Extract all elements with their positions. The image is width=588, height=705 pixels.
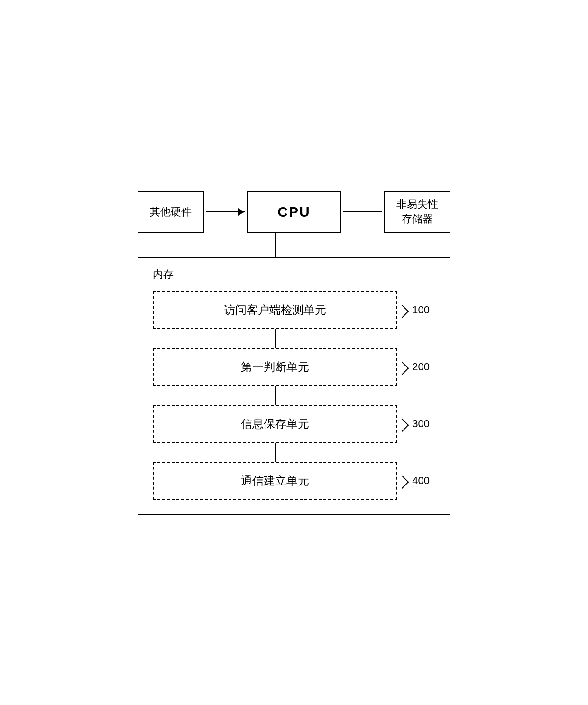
vertical-line-cpu-memory bbox=[275, 233, 276, 257]
top-row: 其他硬件 CPU 非易失性 存储器 bbox=[138, 191, 450, 233]
connector-200-300 bbox=[153, 386, 397, 405]
connector-300-400 bbox=[153, 443, 397, 462]
unit-400-box: 通信建立单元 400 bbox=[153, 462, 397, 500]
unit-200-label: 第一判断单元 bbox=[241, 359, 309, 375]
unit-300-id: 300 bbox=[399, 418, 430, 430]
other-hardware-box: 其他硬件 bbox=[138, 191, 204, 233]
connector-100-200 bbox=[153, 329, 397, 348]
unit-400-label: 通信建立单元 bbox=[241, 473, 309, 488]
unit-100-id: 100 bbox=[399, 304, 430, 316]
cpu-to-memory-connector bbox=[138, 233, 450, 257]
unit-100-label: 访问客户端检测单元 bbox=[224, 302, 326, 318]
unit-200-id: 200 bbox=[399, 361, 430, 373]
cpu-label: CPU bbox=[277, 204, 310, 220]
unit-300-label: 信息保存单元 bbox=[241, 416, 309, 431]
arrow-other-to-cpu bbox=[206, 211, 245, 213]
unit-300-box: 信息保存单元 300 bbox=[153, 405, 397, 443]
units-wrapper: 访问客户端检测单元 100 第一判断单元 200 信息保存单元 bbox=[153, 291, 435, 500]
nvs-box: 非易失性 存储器 bbox=[384, 191, 450, 233]
diagram: 其他硬件 CPU 非易失性 存储器 内存 访问客户端检测单元 100 bbox=[119, 176, 469, 529]
line-100-200 bbox=[275, 329, 276, 348]
memory-label: 内存 bbox=[153, 267, 435, 282]
cpu-box: CPU bbox=[247, 191, 341, 233]
memory-box: 内存 访问客户端检测单元 100 第一判断单元 200 bbox=[138, 257, 450, 515]
line-300-400 bbox=[275, 443, 276, 462]
unit-100-box: 访问客户端检测单元 100 bbox=[153, 291, 397, 329]
line-cpu-to-nvs bbox=[343, 211, 382, 213]
line-200-300 bbox=[275, 386, 276, 405]
unit-200-box: 第一判断单元 200 bbox=[153, 348, 397, 386]
nvs-label: 非易失性 存储器 bbox=[396, 197, 438, 227]
other-hardware-label: 其他硬件 bbox=[150, 205, 192, 219]
unit-400-id: 400 bbox=[399, 475, 430, 487]
